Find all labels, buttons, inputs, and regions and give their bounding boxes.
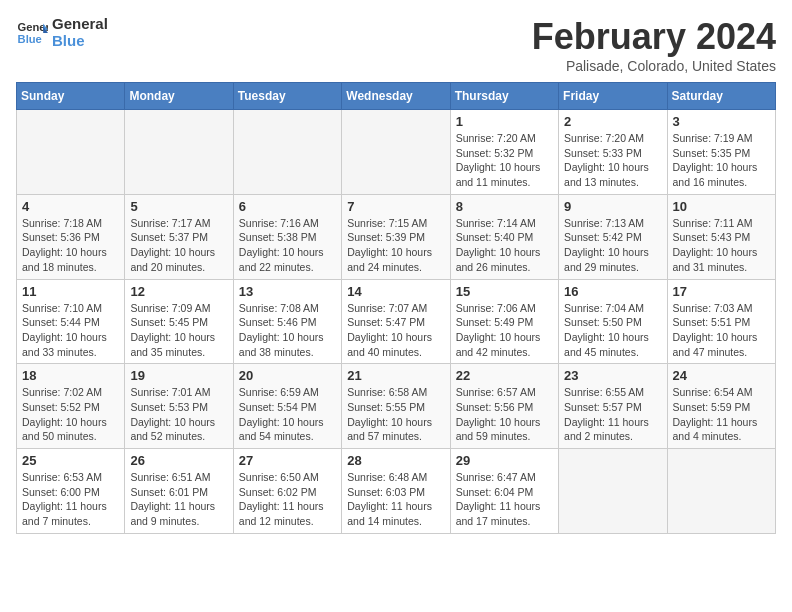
day-number: 2 bbox=[564, 114, 661, 129]
day-info: Sunrise: 7:02 AM Sunset: 5:52 PM Dayligh… bbox=[22, 385, 119, 444]
day-info: Sunrise: 7:20 AM Sunset: 5:33 PM Dayligh… bbox=[564, 131, 661, 190]
week-row-5: 25Sunrise: 6:53 AM Sunset: 6:00 PM Dayli… bbox=[17, 449, 776, 534]
calendar-cell: 22Sunrise: 6:57 AM Sunset: 5:56 PM Dayli… bbox=[450, 364, 558, 449]
logo-blue: Blue bbox=[52, 33, 108, 50]
day-info: Sunrise: 7:04 AM Sunset: 5:50 PM Dayligh… bbox=[564, 301, 661, 360]
calendar-table: SundayMondayTuesdayWednesdayThursdayFrid… bbox=[16, 82, 776, 534]
weekday-header-tuesday: Tuesday bbox=[233, 83, 341, 110]
day-number: 22 bbox=[456, 368, 553, 383]
weekday-header-wednesday: Wednesday bbox=[342, 83, 450, 110]
calendar-cell: 11Sunrise: 7:10 AM Sunset: 5:44 PM Dayli… bbox=[17, 279, 125, 364]
calendar-cell: 18Sunrise: 7:02 AM Sunset: 5:52 PM Dayli… bbox=[17, 364, 125, 449]
week-row-1: 1Sunrise: 7:20 AM Sunset: 5:32 PM Daylig… bbox=[17, 110, 776, 195]
page-title: February 2024 bbox=[532, 16, 776, 58]
day-info: Sunrise: 7:01 AM Sunset: 5:53 PM Dayligh… bbox=[130, 385, 227, 444]
day-info: Sunrise: 6:51 AM Sunset: 6:01 PM Dayligh… bbox=[130, 470, 227, 529]
day-info: Sunrise: 6:53 AM Sunset: 6:00 PM Dayligh… bbox=[22, 470, 119, 529]
day-info: Sunrise: 7:11 AM Sunset: 5:43 PM Dayligh… bbox=[673, 216, 770, 275]
calendar-cell: 26Sunrise: 6:51 AM Sunset: 6:01 PM Dayli… bbox=[125, 449, 233, 534]
week-row-3: 11Sunrise: 7:10 AM Sunset: 5:44 PM Dayli… bbox=[17, 279, 776, 364]
weekday-header-friday: Friday bbox=[559, 83, 667, 110]
day-info: Sunrise: 6:59 AM Sunset: 5:54 PM Dayligh… bbox=[239, 385, 336, 444]
day-number: 15 bbox=[456, 284, 553, 299]
calendar-cell: 4Sunrise: 7:18 AM Sunset: 5:36 PM Daylig… bbox=[17, 194, 125, 279]
day-info: Sunrise: 6:47 AM Sunset: 6:04 PM Dayligh… bbox=[456, 470, 553, 529]
day-info: Sunrise: 6:48 AM Sunset: 6:03 PM Dayligh… bbox=[347, 470, 444, 529]
day-number: 20 bbox=[239, 368, 336, 383]
calendar-cell: 1Sunrise: 7:20 AM Sunset: 5:32 PM Daylig… bbox=[450, 110, 558, 195]
calendar-cell bbox=[233, 110, 341, 195]
weekday-header-monday: Monday bbox=[125, 83, 233, 110]
page-subtitle: Palisade, Colorado, United States bbox=[532, 58, 776, 74]
day-number: 11 bbox=[22, 284, 119, 299]
calendar-cell: 12Sunrise: 7:09 AM Sunset: 5:45 PM Dayli… bbox=[125, 279, 233, 364]
day-info: Sunrise: 7:19 AM Sunset: 5:35 PM Dayligh… bbox=[673, 131, 770, 190]
calendar-cell: 13Sunrise: 7:08 AM Sunset: 5:46 PM Dayli… bbox=[233, 279, 341, 364]
day-number: 18 bbox=[22, 368, 119, 383]
day-number: 23 bbox=[564, 368, 661, 383]
day-number: 16 bbox=[564, 284, 661, 299]
calendar-cell: 8Sunrise: 7:14 AM Sunset: 5:40 PM Daylig… bbox=[450, 194, 558, 279]
day-number: 24 bbox=[673, 368, 770, 383]
day-number: 9 bbox=[564, 199, 661, 214]
calendar-cell: 21Sunrise: 6:58 AM Sunset: 5:55 PM Dayli… bbox=[342, 364, 450, 449]
weekday-header-saturday: Saturday bbox=[667, 83, 775, 110]
calendar-cell: 5Sunrise: 7:17 AM Sunset: 5:37 PM Daylig… bbox=[125, 194, 233, 279]
calendar-cell bbox=[559, 449, 667, 534]
day-info: Sunrise: 6:58 AM Sunset: 5:55 PM Dayligh… bbox=[347, 385, 444, 444]
weekday-header-sunday: Sunday bbox=[17, 83, 125, 110]
calendar-cell: 14Sunrise: 7:07 AM Sunset: 5:47 PM Dayli… bbox=[342, 279, 450, 364]
day-number: 6 bbox=[239, 199, 336, 214]
calendar-cell bbox=[667, 449, 775, 534]
calendar-cell: 28Sunrise: 6:48 AM Sunset: 6:03 PM Dayli… bbox=[342, 449, 450, 534]
day-info: Sunrise: 7:15 AM Sunset: 5:39 PM Dayligh… bbox=[347, 216, 444, 275]
day-info: Sunrise: 7:09 AM Sunset: 5:45 PM Dayligh… bbox=[130, 301, 227, 360]
day-number: 1 bbox=[456, 114, 553, 129]
calendar-cell: 17Sunrise: 7:03 AM Sunset: 5:51 PM Dayli… bbox=[667, 279, 775, 364]
day-info: Sunrise: 7:20 AM Sunset: 5:32 PM Dayligh… bbox=[456, 131, 553, 190]
day-info: Sunrise: 7:06 AM Sunset: 5:49 PM Dayligh… bbox=[456, 301, 553, 360]
title-area: February 2024 Palisade, Colorado, United… bbox=[532, 16, 776, 74]
day-number: 25 bbox=[22, 453, 119, 468]
calendar-cell: 19Sunrise: 7:01 AM Sunset: 5:53 PM Dayli… bbox=[125, 364, 233, 449]
day-info: Sunrise: 7:14 AM Sunset: 5:40 PM Dayligh… bbox=[456, 216, 553, 275]
day-number: 7 bbox=[347, 199, 444, 214]
day-number: 21 bbox=[347, 368, 444, 383]
header: General Blue General Blue February 2024 … bbox=[16, 16, 776, 74]
day-info: Sunrise: 7:08 AM Sunset: 5:46 PM Dayligh… bbox=[239, 301, 336, 360]
day-number: 29 bbox=[456, 453, 553, 468]
calendar-cell: 6Sunrise: 7:16 AM Sunset: 5:38 PM Daylig… bbox=[233, 194, 341, 279]
day-number: 27 bbox=[239, 453, 336, 468]
week-row-2: 4Sunrise: 7:18 AM Sunset: 5:36 PM Daylig… bbox=[17, 194, 776, 279]
calendar-cell: 7Sunrise: 7:15 AM Sunset: 5:39 PM Daylig… bbox=[342, 194, 450, 279]
day-info: Sunrise: 7:13 AM Sunset: 5:42 PM Dayligh… bbox=[564, 216, 661, 275]
calendar-cell: 20Sunrise: 6:59 AM Sunset: 5:54 PM Dayli… bbox=[233, 364, 341, 449]
day-number: 19 bbox=[130, 368, 227, 383]
calendar-cell: 10Sunrise: 7:11 AM Sunset: 5:43 PM Dayli… bbox=[667, 194, 775, 279]
calendar-cell: 2Sunrise: 7:20 AM Sunset: 5:33 PM Daylig… bbox=[559, 110, 667, 195]
calendar-cell: 9Sunrise: 7:13 AM Sunset: 5:42 PM Daylig… bbox=[559, 194, 667, 279]
calendar-cell bbox=[342, 110, 450, 195]
day-number: 10 bbox=[673, 199, 770, 214]
weekday-header-row: SundayMondayTuesdayWednesdayThursdayFrid… bbox=[17, 83, 776, 110]
logo-icon: General Blue bbox=[16, 17, 48, 49]
day-info: Sunrise: 6:54 AM Sunset: 5:59 PM Dayligh… bbox=[673, 385, 770, 444]
day-number: 26 bbox=[130, 453, 227, 468]
calendar-cell: 23Sunrise: 6:55 AM Sunset: 5:57 PM Dayli… bbox=[559, 364, 667, 449]
calendar-cell bbox=[17, 110, 125, 195]
day-number: 4 bbox=[22, 199, 119, 214]
day-info: Sunrise: 7:07 AM Sunset: 5:47 PM Dayligh… bbox=[347, 301, 444, 360]
day-number: 28 bbox=[347, 453, 444, 468]
calendar-cell: 16Sunrise: 7:04 AM Sunset: 5:50 PM Dayli… bbox=[559, 279, 667, 364]
calendar-cell: 27Sunrise: 6:50 AM Sunset: 6:02 PM Dayli… bbox=[233, 449, 341, 534]
day-info: Sunrise: 7:03 AM Sunset: 5:51 PM Dayligh… bbox=[673, 301, 770, 360]
day-info: Sunrise: 7:10 AM Sunset: 5:44 PM Dayligh… bbox=[22, 301, 119, 360]
weekday-header-thursday: Thursday bbox=[450, 83, 558, 110]
logo: General Blue General Blue bbox=[16, 16, 108, 49]
calendar-cell: 24Sunrise: 6:54 AM Sunset: 5:59 PM Dayli… bbox=[667, 364, 775, 449]
day-info: Sunrise: 7:16 AM Sunset: 5:38 PM Dayligh… bbox=[239, 216, 336, 275]
day-number: 13 bbox=[239, 284, 336, 299]
calendar-cell bbox=[125, 110, 233, 195]
calendar-cell: 15Sunrise: 7:06 AM Sunset: 5:49 PM Dayli… bbox=[450, 279, 558, 364]
day-number: 3 bbox=[673, 114, 770, 129]
